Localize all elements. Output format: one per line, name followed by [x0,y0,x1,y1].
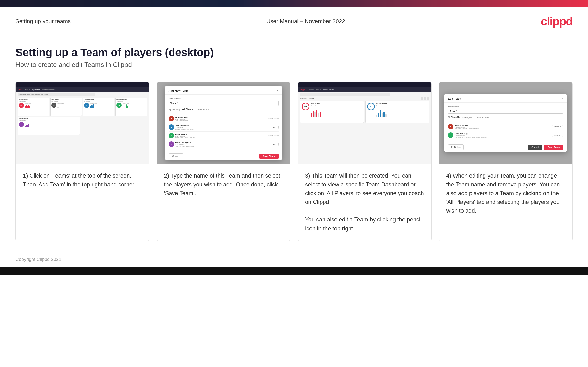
header-left-text: Setting up your teams [15,18,71,25]
player-sub-2: Plus HandicapRoyal North Devon Golf Club [175,135,195,138]
edit-modal-player-row-1: B Blair McHarg Plus HandicapRoyal North … [448,131,563,139]
screenshot-1: clippd Home My Teams My Performance Trac… [16,82,149,164]
edit-modal-player-row-0: A Adrian Player Plus HandicapThe Shire L… [448,123,563,131]
player-avatar-1: A [169,124,174,130]
page-title-section: Setting up a Team of players (desktop) H… [0,33,588,76]
modal-player-info-0: A Adrian Player Plus HandicapThe Shire L… [169,116,189,121]
ss1-filter-bar: Tracking 5 out of 9 players from All Pla… [18,93,95,96]
modal-tab-myteam[interactable]: My Team (2) [169,108,180,111]
edit-modal-tab-allplayers[interactable]: All Players [462,116,472,119]
ss3-bars-1 [311,107,362,117]
bar [320,112,321,117]
ss1-player-card-4: Dave Billingham 3.5 Handicap 78 Player Q… [115,98,147,116]
card-3-text: 3) This Team will then be created. You c… [298,164,431,241]
edit-modal-body: Team Name * My Team (2) All Players Filt… [444,103,567,142]
remove-player-btn-1[interactable]: Remove [552,134,563,137]
bar [376,115,377,117]
bar [316,110,317,117]
ss1-player-card-3: Dave Billingham 3.5 Handicap 94 Player Q… [83,98,114,116]
ss1-nav-performance: My Performance [42,89,55,90]
cards-row: clippd Home My Teams My Performance Trac… [0,76,588,252]
modal-footer: Cancel Save Team [165,151,282,160]
ss1-player-card-2: Blair McHarg Plus Handicap 0 Player Qual… [50,98,82,116]
ss3-players-grid: 94 Blair McHarg Plus Handicap [300,101,429,123]
modal-header: Add New Team × [165,86,282,95]
player-details-0: Adrian Player Plus HandicapThe Shire Lon… [175,116,189,121]
bar [318,113,319,117]
modal-cancel-button[interactable]: Cancel [169,153,183,159]
player-name-2: Blair McHarg [175,133,195,135]
header-right-logo: clippd [541,14,573,28]
modal-player-list: A Adrian Player Plus HandicapThe Shire L… [169,115,279,148]
modal-player-info-2: B Blair McHarg Plus HandicapRoyal North … [169,133,195,138]
card-2-text: 2) Type the name of this Team and then s… [157,164,290,241]
edit-modal-field-label: Team Name * [448,105,563,108]
edit-modal-delete-button[interactable]: 🗑 Delete [448,144,464,150]
modal-tabs: My Team (2) All Players Filter by name [169,108,279,112]
edit-modal-tabs: My Team (2) All Players Filter by name [448,116,563,120]
card-1-screenshot: clippd Home My Teams My Performance Trac… [16,82,149,164]
ss3-player-name-big-1: Blair McHarg [311,103,362,104]
modal-save-team-button[interactable]: Save Team [259,154,279,159]
card-4-description: 4) When editing your Team, you can chang… [446,172,560,214]
modal-player-row-2: B Blair McHarg Plus HandicapRoyal North … [169,132,279,140]
team-name-input[interactable] [169,101,279,106]
bar [313,111,314,117]
edit-modal-close-icon[interactable]: × [561,97,564,100]
modal-field-label: Team Name * [169,97,279,100]
edit-filter-checkbox[interactable] [475,117,476,118]
screenshot-2-bg: Add New Team × Team Name * My Team (2) A… [157,82,290,164]
modal-title: Add New Team [169,89,189,92]
edit-player-name-0: Adrian Player [455,124,479,126]
add-player-btn-3[interactable]: Add [271,143,278,146]
edit-player-details-0: Adrian Player Plus HandicapThe Shire Lon… [455,124,479,129]
edit-player-avatar-0: A [448,124,453,129]
ss3-content: All Players Team A 94 Bl [298,92,431,124]
screenshot-4-bg: Edit Team × Team Name * My Team (2) All … [439,82,573,164]
card-3-description: 3) This Team will then be created. You c… [305,172,424,232]
ss1-nav-logo: clippd [18,89,23,90]
page-heading: Setting up a Team of players (desktop) [15,46,573,59]
edit-modal-tab-filter: Filter by name [475,117,489,118]
card-2-screenshot: Add New Team × Team Name * My Team (2) A… [157,82,290,164]
edit-modal-footer: 🗑 Delete Cancel Save Team [444,142,567,152]
edit-modal-tab-myteam[interactable]: My Team (2) [448,116,460,119]
filter-checkbox[interactable] [196,109,197,110]
top-bar [0,0,588,7]
ss1-nav: clippd Home My Teams My Performance [16,87,149,92]
edit-player-name-1: Blair McHarg [455,133,486,135]
modal-close-icon[interactable]: × [276,89,279,92]
clippd-logo: clippd [541,15,573,28]
modal-body: Team Name * My Team (2) All Players Filt… [165,95,282,151]
ss1-player-card-1: Adrian Collins Plus Handicap 84 Player Q… [18,98,49,116]
player-added-label-2: Player Added [268,135,279,137]
modal-tab-filter: Filter by name [196,109,209,110]
bar [383,112,385,117]
player-sub-0: Plus HandicapThe Shire London [175,118,189,121]
player-avatar-2: B [169,133,174,138]
player-details-1: Adrian Coliba 1 HandicapCentral London G… [175,125,194,130]
page-subheading: How to create and edit Teams in Clippd [15,61,573,69]
bottom-bar [0,267,588,275]
remove-player-btn-0[interactable]: Remove [552,125,563,128]
edit-player-details-1: Blair McHarg Plus HandicapRoyal North De… [455,133,486,138]
header: Setting up your teams User Manual – Nove… [0,7,588,33]
edit-modal-player-info-0: A Adrian Player Plus HandicapThe Shire L… [448,124,479,129]
card-1-text: 1) Click on 'Teams' at the top of the sc… [16,164,149,241]
card-4-screenshot: Edit Team × Team Name * My Team (2) All … [439,82,573,164]
add-player-btn-1[interactable]: Add [271,126,278,129]
card-3-screenshot: clippd Players Teams My Performance All … [298,82,431,164]
ss3-player-card-1: 94 Blair McHarg Plus Handicap [300,101,364,123]
ss3-player-name-big-2: Richard Butler [376,103,427,104]
edit-modal-cancel-button[interactable]: Cancel [528,145,542,150]
modal-tab-allplayers[interactable]: All Players [182,108,193,111]
edit-modal-save-team-button[interactable]: Save Team [544,145,563,150]
modal-player-row-0: A Adrian Player Plus HandicapThe Shire L… [169,115,279,123]
edit-player-sub-1: Plus HandicapRoyal North Devon Golf Club… [455,135,486,138]
edit-player-sub-0: Plus HandicapThe Shire London, United Ki… [455,126,479,129]
edit-team-name-input[interactable] [448,109,563,114]
ss3-player-card-2: 72 Richard Butler Plus Handicap [365,101,429,123]
ss1-player-card-5: Richard Butler Plus Handicap 72 [18,117,80,135]
modal-player-info-1: A Adrian Coliba 1 HandicapCentral London… [169,124,194,130]
card-1: clippd Home My Teams My Performance Trac… [15,82,149,241]
